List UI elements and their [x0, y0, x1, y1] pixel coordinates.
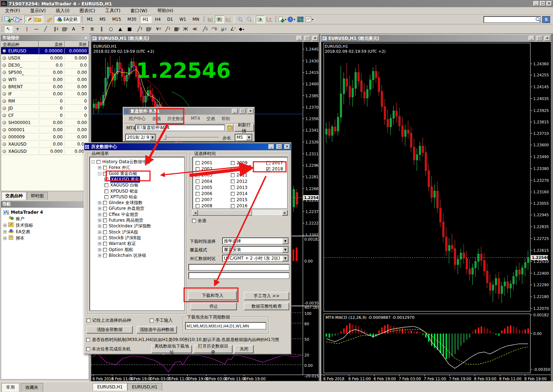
close-button[interactable]: ×: [284, 144, 290, 149]
checkbox-icon[interactable]: [196, 179, 200, 183]
profiles-button[interactable]: ▾: [13, 15, 22, 23]
restore-button[interactable]: □: [304, 36, 310, 41]
stop-button[interactable]: 停止: [191, 303, 237, 310]
close-button[interactable]: ×: [312, 36, 318, 41]
checkbox-icon[interactable]: [103, 213, 107, 217]
scroll-left-icon[interactable]: ◄: [192, 210, 198, 216]
checkbox-icon[interactable]: [192, 219, 196, 223]
andrews-pitchfork-icon[interactable]: Ж: [181, 25, 190, 33]
replay-dialog-titlebar[interactable]: 复盘软件 8.51 _ □ ×: [123, 108, 254, 115]
market-watch-button[interactable]: [24, 15, 33, 23]
shutdown-checkbox[interactable]: 本次任务完成后关机: [86, 346, 131, 352]
fibo-lines-icon[interactable]: ≣: [88, 25, 97, 33]
scroll-track[interactable]: [252, 210, 282, 216]
indicator-list-button[interactable]: ▾: [305, 15, 314, 23]
search-input[interactable]: [483, 16, 541, 23]
clear-all-button[interactable]: 清除全部数据: [86, 326, 133, 334]
chevron-down-icon[interactable]: ▼: [282, 255, 288, 261]
year-checkbox-2013[interactable]: 2013: [231, 185, 248, 190]
navigator-root[interactable]: MetaTrader 4: [1, 209, 89, 216]
checkbox-icon[interactable]: [103, 172, 107, 176]
tree-item-xauusd[interactable]: ✔XAUUSD 黄金: [104, 177, 140, 182]
new-order-button[interactable]: ▾: [278, 15, 287, 23]
gann-line-icon[interactable]: ╱G: [200, 25, 208, 33]
tree-item-stock[interactable]: +Stock 沪深A股: [98, 230, 138, 235]
chevron-down-icon[interactable]: ▼: [150, 134, 155, 140]
period-list-input[interactable]: [185, 322, 266, 330]
year-checkbox-2014[interactable]: 2014: [231, 191, 248, 196]
close-button[interactable]: ×: [248, 109, 253, 114]
market-watch-row-000001[interactable]: 0000010.000.00: [1, 126, 89, 133]
tree-item-warrant[interactable]: +Warrant 权证: [98, 241, 136, 246]
remember-checkbox[interactable]: 记住上次选择的品种: [86, 317, 131, 323]
ellipse-icon[interactable]: ○: [107, 25, 115, 33]
menu-item-4[interactable]: 工具(T): [100, 7, 125, 15]
market-watch-row-JD[interactable]: JD00: [1, 105, 89, 112]
checkbox-icon[interactable]: [97, 160, 100, 164]
arrow-objects-icon[interactable]: ◆▾: [237, 25, 246, 33]
right-chart-canvas[interactable]: EURUSD,H12018.02.09 02:19:59 (UTC +2)1.2…: [321, 42, 551, 381]
checkbox-icon[interactable]: [86, 318, 90, 322]
checkbox-icon[interactable]: [231, 192, 235, 196]
checkbox-icon[interactable]: [196, 198, 200, 202]
download-import-button[interactable]: 下载和导入: [188, 291, 237, 300]
checkbox-icon[interactable]: [196, 204, 200, 208]
checkbox-icon[interactable]: [103, 248, 107, 252]
navigator-button[interactable]: [33, 15, 42, 23]
manual-input-checkbox[interactable]: 手工输入: [150, 317, 173, 323]
market-watch-row-BRENT[interactable]: BRENT0.000.00: [1, 83, 89, 90]
replay-menu-item-4[interactable]: 交易: [203, 115, 218, 122]
crosshair-icon[interactable]: +: [13, 25, 22, 33]
market-watch-row-DE30_[interactable]: DE30_0.00.0: [1, 62, 89, 69]
tree-item-gfuture[interactable]: +GFuture 外盘期货: [98, 206, 144, 211]
expand-icon[interactable]: -: [98, 172, 101, 175]
history-dialog-titlebar[interactable]: 历史数据中心 _ □ ×: [84, 143, 291, 150]
fibo-channel-icon[interactable]: ╱F: [163, 25, 171, 33]
checkbox-icon[interactable]: [266, 161, 270, 165]
open-directory-button[interactable]: 打开历史数据目录: [194, 345, 233, 353]
year-checkbox-2010[interactable]: 2010: [231, 166, 248, 171]
timeframe-m1[interactable]: M1: [84, 16, 96, 23]
scroll-thumb[interactable]: [198, 210, 252, 216]
market-watch-row-SH000001[interactable]: SH0000010.000.00: [1, 119, 89, 126]
close-icon[interactable]: ×: [84, 36, 88, 40]
tree-item-xpdusd[interactable]: XPDUSD 钯金: [104, 189, 138, 194]
timeframe-h4[interactable]: H4: [152, 16, 164, 23]
offline-package-button[interactable]: 离线数据包下载地址: [151, 345, 192, 353]
clear-selected-button[interactable]: 清除选中品种数据: [137, 326, 177, 334]
replay-menu-item-3[interactable]: MT4: [188, 115, 203, 122]
checkbox-icon[interactable]: [103, 242, 107, 246]
tree-item-futures[interactable]: +Futures 商品期货: [98, 218, 143, 223]
tree-item-forex[interactable]: +Forex 外汇: [98, 165, 131, 170]
chart-tab-0[interactable]: EURUSD,H1: [93, 383, 127, 391]
year-checkbox-2003[interactable]: 2003: [196, 173, 212, 178]
tab-common[interactable]: 常用: [1, 383, 19, 392]
manual-import-button[interactable]: 手工导入 >>: [244, 292, 289, 300]
checkbox-icon[interactable]: [104, 189, 108, 193]
maximize-button[interactable]: □: [276, 144, 282, 149]
expand-icon[interactable]: +: [98, 201, 101, 204]
replay-menu-item-2[interactable]: 历史数据: [164, 115, 187, 122]
market-watch-row-000009[interactable]: 0000090.000.00: [1, 133, 89, 141]
year-checkbox-2007[interactable]: 2007: [196, 197, 212, 202]
replay-slider-thumb[interactable]: [163, 134, 166, 140]
timeframe-d1[interactable]: D1: [164, 16, 176, 23]
overwrite-mode-select[interactable]: 覆盖安装▼: [222, 246, 289, 253]
timeframe-m15[interactable]: M15: [109, 16, 124, 23]
minimize-button[interactable]: _: [529, 36, 534, 41]
replay-menu-item-5[interactable]: 帮助: [219, 115, 233, 122]
fibo-expansion-icon[interactable]: ¥F: [153, 25, 162, 33]
checkbox-icon[interactable]: [231, 167, 235, 171]
year-checkbox-2016[interactable]: 2016: [231, 203, 248, 208]
fibo-retracement-icon[interactable]: ▤F: [60, 25, 69, 33]
menu-item-2[interactable]: 插入(I): [51, 7, 74, 15]
market-watch-row-XAUUSD[interactable]: XAUUSD0.000.00: [1, 141, 89, 148]
tree-item-history[interactable]: -History Data云数据中心: [92, 159, 151, 165]
navigator-item-0[interactable]: 账户: [1, 216, 89, 222]
column-ask[interactable]: 买价: [65, 41, 89, 47]
menu-item-3[interactable]: 图表(C): [75, 7, 100, 15]
cycle-lines-icon[interactable]: μt: [219, 25, 227, 33]
search-icon[interactable]: [535, 17, 541, 22]
tab-symbols[interactable]: 交易品种: [1, 192, 27, 200]
market-watch-row-RM[interactable]: RM00: [1, 98, 89, 105]
